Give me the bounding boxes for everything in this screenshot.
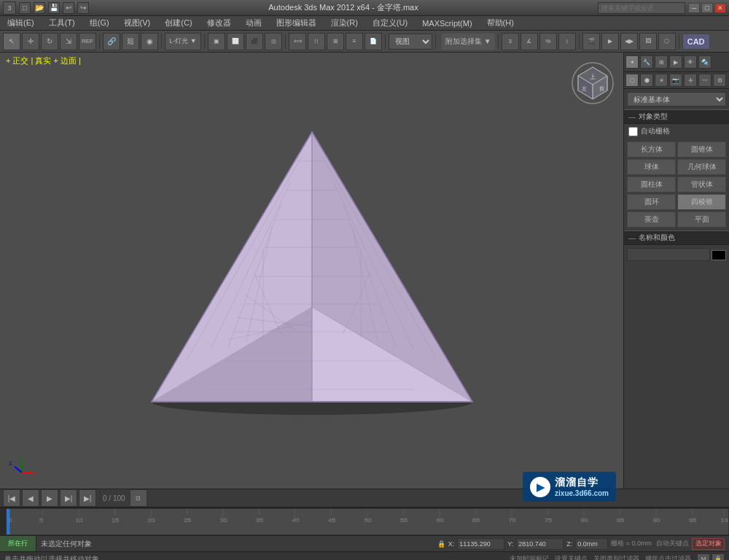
mirror-btn[interactable]: ⟺ [289,33,306,50]
menu-modifiers[interactable]: 修改器 [203,16,235,30]
redo-btn[interactable]: ↪ [77,2,89,14]
y-coord-input[interactable] [516,538,564,550]
render-setup[interactable]: 🎬 [582,33,600,50]
select-all[interactable]: ▣ [208,33,225,50]
svg-text:前: 前 [599,86,604,91]
filter-combo[interactable]: L-灯光 ▼ [165,33,201,50]
rotate-btn[interactable]: ↻ [41,33,58,50]
menu-help[interactable]: 帮助(H) [483,16,518,30]
new-btn[interactable]: □ [19,2,31,14]
select-window[interactable]: ⬜ [227,33,244,50]
box-btn[interactable]: 长方体 [627,141,676,158]
modify-tab[interactable]: 🔧 [640,55,653,69]
helper-icon[interactable]: ✛ [684,74,697,87]
teapot-btn[interactable]: 茶壶 [627,211,676,228]
view-dropdown[interactable]: 视图 [389,34,432,50]
save-btn[interactable]: 💾 [48,2,60,14]
menu-create[interactable]: 创建(C) [160,16,196,30]
play-btn[interactable]: ▶ [41,489,58,507]
plane-btn[interactable]: 平面 [677,211,726,228]
geosphere-btn[interactable]: 几何球体 [677,159,726,175]
move-btn[interactable]: ✛ [22,33,39,50]
menu-view[interactable]: 视图(V) [120,16,155,30]
align-btn[interactable]: ≡ [346,33,363,50]
geo-icon[interactable]: ⬡ [625,74,639,87]
close-btn[interactable]: ✕ [714,3,726,13]
menu-tools[interactable]: 工具(T) [44,16,79,30]
menu-maxscript[interactable]: MAXScript(M) [418,18,476,29]
auto-grid-checkbox[interactable] [628,127,638,136]
render-btn[interactable]: ▶ [601,33,619,50]
select-cross[interactable]: ⬛ [246,33,263,50]
ref-system-btn[interactable]: REF [79,33,96,50]
camera-icon[interactable]: 📷 [669,74,682,87]
menu-customize[interactable]: 自定义(U) [368,16,412,30]
prev-frame-btn[interactable]: ◀ [22,489,39,507]
create-tab[interactable]: ✦ [625,55,639,69]
search-input[interactable] [598,2,685,14]
spacewarp-icon[interactable]: 〰 [698,74,712,87]
bottom-status-text: 单击并拖动以选择并移动对象 [4,554,99,561]
scale-btn[interactable]: ⇲ [60,33,77,50]
material-editor[interactable]: ⬡ [658,33,676,50]
active-shade[interactable]: ◀▶ [620,33,638,50]
svg-text:15: 15 [112,517,119,524]
object-name-input[interactable] [627,248,710,261]
undo-btn[interactable]: ↩ [63,2,74,14]
snap-btn-bottom[interactable]: M [697,553,710,561]
layer-btn[interactable]: 📄 [364,33,382,50]
motion-tab[interactable]: ▶ [669,55,682,69]
minimize-btn[interactable]: ─ [688,3,700,13]
key-mode-btn[interactable]: ⊡ [130,489,147,507]
menu-animation[interactable]: 动画 [241,16,266,30]
snap-toggle[interactable]: 3 [502,33,519,50]
all-in-progress-btn[interactable]: 所在行 [0,536,36,551]
cylinder-btn[interactable]: 圆柱体 [627,176,676,192]
x-coord-input[interactable] [457,538,504,550]
link-btn[interactable]: 🔗 [103,33,120,50]
spinner-snap[interactable]: ↕ [558,33,576,50]
display-tab[interactable]: 👁 [684,55,697,69]
bind-btn[interactable]: ◉ [141,33,158,50]
angle-snap[interactable]: ∡ [521,33,538,50]
go-start-btn[interactable]: |◀ [3,489,20,507]
viewport[interactable]: + 正交 | 真实 + 边面 | 上 左 前 [0,52,623,489]
quick-align[interactable]: ⊞ [327,33,344,50]
pyramid-btn[interactable]: 四棱锥 [677,194,726,210]
menu-graph-editor[interactable]: 图形编辑器 [272,16,321,30]
sphere-btn[interactable]: 球体 [627,159,676,175]
timeline-track[interactable]: 0 5 10 15 20 25 30 35 40 45 50 55 60 65 … [6,508,729,535]
object-type-section: — 对象类型 [624,109,729,124]
array-btn[interactable]: ⁞⁞ [308,33,325,50]
viewcube[interactable]: 上 左 前 [571,61,615,105]
torus-btn[interactable]: 圆环 [627,194,676,210]
render-frame[interactable]: 🖼 [639,33,657,50]
open-btn[interactable]: 📂 [34,2,45,14]
next-frame-btn[interactable]: ▶| [60,489,77,507]
svg-text:X: X [34,470,36,477]
percent-snap[interactable]: % [539,33,557,50]
auto-key-btn[interactable]: 选定对象 [692,538,725,550]
cone-btn[interactable]: 圆锥体 [677,141,726,158]
soft-sel[interactable]: ◎ [265,33,282,50]
color-swatch[interactable] [712,250,726,260]
menu-edit[interactable]: 编辑(E) [3,16,39,30]
svg-text:50: 50 [364,517,371,524]
maximize-btn[interactable]: □ [701,3,713,13]
unlink-btn[interactable]: ⛓ [122,33,139,50]
lock-btn-bottom[interactable]: 🔒 [712,553,725,561]
select-btn[interactable]: ↖ [3,33,20,50]
z-coord-input[interactable] [575,538,608,550]
tube-btn[interactable]: 管状体 [677,176,726,192]
menu-group[interactable]: 组(G) [85,16,114,30]
go-end-btn[interactable]: ▶| [79,489,96,507]
menu-render[interactable]: 渲染(R) [327,16,362,30]
light-icon[interactable]: ☀ [655,74,668,87]
svg-text:55: 55 [400,517,408,524]
shape-icon[interactable]: ⬢ [640,74,653,87]
hierarchy-tab[interactable]: ⊞ [655,55,668,69]
primitive-type-dropdown[interactable]: 标准基本体 [627,92,726,106]
scene-select-btn[interactable]: 附加选择集 ▼ [445,36,491,47]
utility-tab[interactable]: 🔩 [698,55,712,69]
system-icon[interactable]: ⚙ [713,74,726,87]
